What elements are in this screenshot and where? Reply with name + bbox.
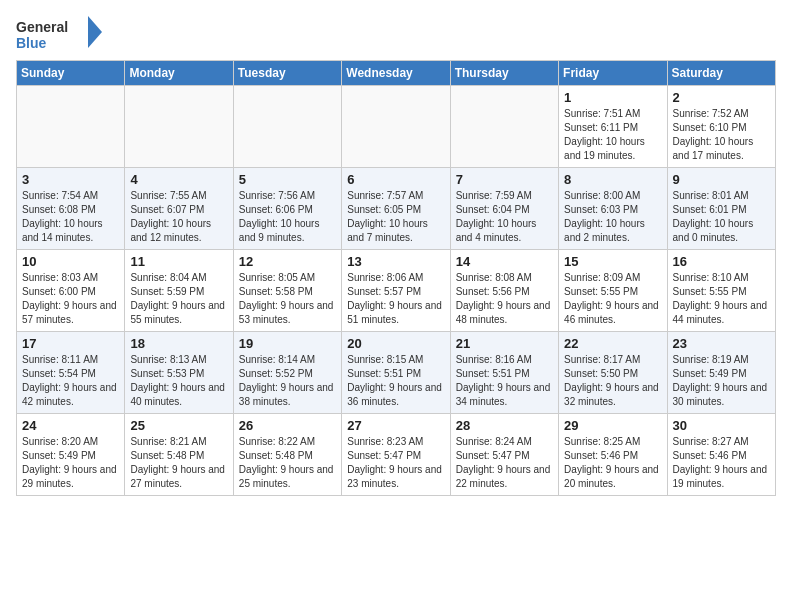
cell-info: Sunrise: 8:06 AM Sunset: 5:57 PM Dayligh… [347,271,444,327]
cell-info: Sunrise: 7:56 AM Sunset: 6:06 PM Dayligh… [239,189,336,245]
calendar-cell [342,86,450,168]
svg-text:General: General [16,19,68,35]
day-number: 8 [564,172,661,187]
day-number: 20 [347,336,444,351]
calendar-week-row: 17Sunrise: 8:11 AM Sunset: 5:54 PM Dayli… [17,332,776,414]
day-number: 17 [22,336,119,351]
cell-info: Sunrise: 8:21 AM Sunset: 5:48 PM Dayligh… [130,435,227,491]
cell-info: Sunrise: 7:51 AM Sunset: 6:11 PM Dayligh… [564,107,661,163]
cell-info: Sunrise: 8:19 AM Sunset: 5:49 PM Dayligh… [673,353,770,409]
day-number: 10 [22,254,119,269]
calendar-cell: 24Sunrise: 8:20 AM Sunset: 5:49 PM Dayli… [17,414,125,496]
cell-info: Sunrise: 8:01 AM Sunset: 6:01 PM Dayligh… [673,189,770,245]
calendar-cell [17,86,125,168]
cell-info: Sunrise: 8:24 AM Sunset: 5:47 PM Dayligh… [456,435,553,491]
calendar-cell: 7Sunrise: 7:59 AM Sunset: 6:04 PM Daylig… [450,168,558,250]
day-number: 13 [347,254,444,269]
logo-svg: GeneralBlue [16,16,106,52]
calendar-cell: 9Sunrise: 8:01 AM Sunset: 6:01 PM Daylig… [667,168,775,250]
cell-info: Sunrise: 8:23 AM Sunset: 5:47 PM Dayligh… [347,435,444,491]
cell-info: Sunrise: 8:05 AM Sunset: 5:58 PM Dayligh… [239,271,336,327]
cell-info: Sunrise: 8:15 AM Sunset: 5:51 PM Dayligh… [347,353,444,409]
calendar-cell: 26Sunrise: 8:22 AM Sunset: 5:48 PM Dayli… [233,414,341,496]
cell-info: Sunrise: 8:04 AM Sunset: 5:59 PM Dayligh… [130,271,227,327]
calendar-cell: 11Sunrise: 8:04 AM Sunset: 5:59 PM Dayli… [125,250,233,332]
calendar-day-header: Thursday [450,61,558,86]
day-number: 28 [456,418,553,433]
calendar-cell: 5Sunrise: 7:56 AM Sunset: 6:06 PM Daylig… [233,168,341,250]
calendar-day-header: Sunday [17,61,125,86]
calendar-week-row: 3Sunrise: 7:54 AM Sunset: 6:08 PM Daylig… [17,168,776,250]
cell-info: Sunrise: 8:10 AM Sunset: 5:55 PM Dayligh… [673,271,770,327]
cell-info: Sunrise: 8:00 AM Sunset: 6:03 PM Dayligh… [564,189,661,245]
cell-info: Sunrise: 8:16 AM Sunset: 5:51 PM Dayligh… [456,353,553,409]
calendar-cell: 21Sunrise: 8:16 AM Sunset: 5:51 PM Dayli… [450,332,558,414]
cell-info: Sunrise: 7:55 AM Sunset: 6:07 PM Dayligh… [130,189,227,245]
day-number: 23 [673,336,770,351]
day-number: 6 [347,172,444,187]
day-number: 14 [456,254,553,269]
calendar-cell: 14Sunrise: 8:08 AM Sunset: 5:56 PM Dayli… [450,250,558,332]
calendar-day-header: Saturday [667,61,775,86]
calendar-table: SundayMondayTuesdayWednesdayThursdayFrid… [16,60,776,496]
day-number: 3 [22,172,119,187]
day-number: 25 [130,418,227,433]
cell-info: Sunrise: 8:17 AM Sunset: 5:50 PM Dayligh… [564,353,661,409]
day-number: 30 [673,418,770,433]
day-number: 1 [564,90,661,105]
calendar-cell: 1Sunrise: 7:51 AM Sunset: 6:11 PM Daylig… [559,86,667,168]
calendar-cell: 17Sunrise: 8:11 AM Sunset: 5:54 PM Dayli… [17,332,125,414]
day-number: 2 [673,90,770,105]
calendar-header-row: SundayMondayTuesdayWednesdayThursdayFrid… [17,61,776,86]
cell-info: Sunrise: 7:52 AM Sunset: 6:10 PM Dayligh… [673,107,770,163]
calendar-cell: 15Sunrise: 8:09 AM Sunset: 5:55 PM Dayli… [559,250,667,332]
calendar-day-header: Monday [125,61,233,86]
calendar-cell: 22Sunrise: 8:17 AM Sunset: 5:50 PM Dayli… [559,332,667,414]
page-header: GeneralBlue [16,16,776,52]
calendar-cell: 25Sunrise: 8:21 AM Sunset: 5:48 PM Dayli… [125,414,233,496]
calendar-cell: 3Sunrise: 7:54 AM Sunset: 6:08 PM Daylig… [17,168,125,250]
cell-info: Sunrise: 8:22 AM Sunset: 5:48 PM Dayligh… [239,435,336,491]
calendar-cell: 30Sunrise: 8:27 AM Sunset: 5:46 PM Dayli… [667,414,775,496]
cell-info: Sunrise: 7:59 AM Sunset: 6:04 PM Dayligh… [456,189,553,245]
calendar-day-header: Wednesday [342,61,450,86]
calendar-cell: 19Sunrise: 8:14 AM Sunset: 5:52 PM Dayli… [233,332,341,414]
calendar-cell: 28Sunrise: 8:24 AM Sunset: 5:47 PM Dayli… [450,414,558,496]
calendar-cell: 6Sunrise: 7:57 AM Sunset: 6:05 PM Daylig… [342,168,450,250]
day-number: 15 [564,254,661,269]
cell-info: Sunrise: 8:25 AM Sunset: 5:46 PM Dayligh… [564,435,661,491]
calendar-cell: 2Sunrise: 7:52 AM Sunset: 6:10 PM Daylig… [667,86,775,168]
calendar-day-header: Friday [559,61,667,86]
calendar-week-row: 10Sunrise: 8:03 AM Sunset: 6:00 PM Dayli… [17,250,776,332]
cell-info: Sunrise: 8:11 AM Sunset: 5:54 PM Dayligh… [22,353,119,409]
calendar-cell: 13Sunrise: 8:06 AM Sunset: 5:57 PM Dayli… [342,250,450,332]
logo: GeneralBlue [16,16,106,52]
calendar-cell: 23Sunrise: 8:19 AM Sunset: 5:49 PM Dayli… [667,332,775,414]
calendar-cell [450,86,558,168]
day-number: 24 [22,418,119,433]
svg-text:Blue: Blue [16,35,47,51]
svg-marker-2 [88,16,102,48]
day-number: 19 [239,336,336,351]
calendar-cell [125,86,233,168]
calendar-week-row: 1Sunrise: 7:51 AM Sunset: 6:11 PM Daylig… [17,86,776,168]
calendar-week-row: 24Sunrise: 8:20 AM Sunset: 5:49 PM Dayli… [17,414,776,496]
calendar-cell: 10Sunrise: 8:03 AM Sunset: 6:00 PM Dayli… [17,250,125,332]
cell-info: Sunrise: 8:09 AM Sunset: 5:55 PM Dayligh… [564,271,661,327]
cell-info: Sunrise: 8:20 AM Sunset: 5:49 PM Dayligh… [22,435,119,491]
calendar-cell: 16Sunrise: 8:10 AM Sunset: 5:55 PM Dayli… [667,250,775,332]
day-number: 7 [456,172,553,187]
cell-info: Sunrise: 8:14 AM Sunset: 5:52 PM Dayligh… [239,353,336,409]
day-number: 5 [239,172,336,187]
calendar-cell: 29Sunrise: 8:25 AM Sunset: 5:46 PM Dayli… [559,414,667,496]
cell-info: Sunrise: 7:57 AM Sunset: 6:05 PM Dayligh… [347,189,444,245]
calendar-cell: 4Sunrise: 7:55 AM Sunset: 6:07 PM Daylig… [125,168,233,250]
day-number: 18 [130,336,227,351]
cell-info: Sunrise: 8:08 AM Sunset: 5:56 PM Dayligh… [456,271,553,327]
cell-info: Sunrise: 8:03 AM Sunset: 6:00 PM Dayligh… [22,271,119,327]
day-number: 4 [130,172,227,187]
cell-info: Sunrise: 8:13 AM Sunset: 5:53 PM Dayligh… [130,353,227,409]
day-number: 26 [239,418,336,433]
calendar-cell: 12Sunrise: 8:05 AM Sunset: 5:58 PM Dayli… [233,250,341,332]
day-number: 29 [564,418,661,433]
